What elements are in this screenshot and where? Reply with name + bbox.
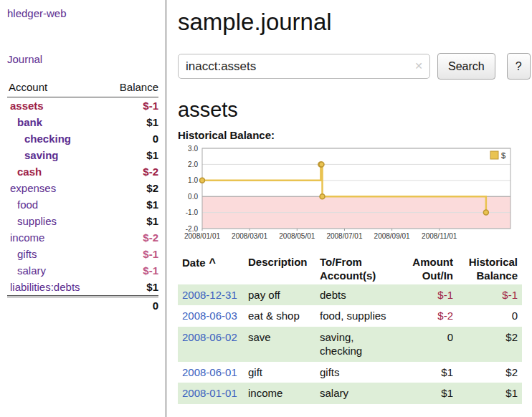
account-balance: $1 [106, 279, 158, 297]
transaction-balance: 0 [457, 305, 522, 327]
svg-text:2.0: 2.0 [188, 160, 198, 168]
account-balance: $-1 [106, 262, 158, 279]
sidebar: hledger-web Journal Account Balance asse… [0, 0, 166, 417]
accounts-total-value: 0 [106, 297, 158, 317]
accounts-header: Account [7, 80, 106, 97]
transaction-date-link[interactable]: 2008-06-03 [182, 310, 237, 322]
help-button[interactable]: ? [507, 53, 531, 80]
search-box: ✕ [178, 54, 430, 79]
account-link[interactable]: liabilities:debts [10, 281, 80, 293]
account-link[interactable]: checking [24, 133, 71, 145]
data-point-marker [320, 194, 325, 199]
account-balance: $-2 [106, 163, 158, 180]
svg-text:-1.0: -1.0 [186, 208, 199, 216]
chart-title: Historical Balance: [178, 129, 531, 141]
account-balance: $2 [106, 180, 158, 196]
account-balance: 0 [106, 130, 158, 147]
account-row: income$-2 [7, 229, 158, 246]
svg-text:3.0: 3.0 [188, 145, 198, 153]
journal-title: sample.journal [178, 9, 531, 36]
account-link[interactable]: bank [17, 116, 42, 128]
transaction-description: gift [244, 362, 315, 383]
account-row: gifts$-1 [7, 246, 158, 262]
svg-text:0.0: 0.0 [188, 193, 198, 201]
date-header-label: Date [182, 257, 206, 269]
svg-text:2008/11/01: 2008/11/01 [422, 232, 457, 240]
register-table: Date^ Description To/From Account(s) Amo… [178, 254, 522, 404]
account-link[interactable]: food [17, 198, 38, 211]
account-balance: $-1 [106, 97, 158, 115]
account-balance: $1 [106, 147, 158, 163]
transaction-amount: 0 [403, 327, 457, 362]
account-link[interactable]: salary [17, 264, 46, 277]
svg-text:-2.0: -2.0 [186, 225, 199, 233]
transaction-row: 2008-12-31pay offdebts$-1$-1 [178, 284, 522, 306]
account-balance: $-2 [106, 229, 158, 246]
account-link[interactable]: expenses [10, 182, 56, 194]
transaction-amount: $-2 [403, 305, 457, 327]
transaction-amount: $1 [403, 383, 457, 404]
search-button[interactable]: Search [437, 53, 495, 80]
account-link[interactable]: supplies [17, 215, 57, 227]
account-link[interactable]: income [10, 231, 44, 244]
data-point-marker [319, 162, 324, 167]
account-row: cash$-2 [7, 163, 158, 180]
accounts-total-row: 0 [7, 297, 158, 317]
sort-up-icon: ^ [209, 257, 216, 269]
svg-text:1.0: 1.0 [188, 176, 198, 184]
app-title-link[interactable]: hledger-web [7, 7, 67, 19]
search-input[interactable] [178, 54, 430, 79]
account-link[interactable]: assets [10, 100, 44, 112]
account-balance: $1 [106, 114, 158, 130]
svg-text:2008/07/01: 2008/07/01 [326, 232, 362, 240]
transaction-row: 2008-06-03eat & shopfood, supplies$-20 [178, 305, 522, 327]
transaction-row: 2008-06-02savesaving, checking0$2 [178, 327, 522, 362]
search-form: ✕ Search ? [178, 53, 531, 80]
register-header-accounts: To/From Account(s) [315, 254, 403, 284]
account-link[interactable]: saving [24, 149, 59, 161]
account-row: bank$1 [7, 114, 158, 130]
transaction-date-link[interactable]: 2008-06-02 [182, 331, 237, 343]
transaction-accounts: debts [315, 284, 403, 306]
account-row: liabilities:debts$1 [7, 279, 158, 297]
account-balance: $-1 [106, 246, 158, 262]
account-balance: $1 [106, 196, 158, 213]
transaction-description: save [244, 327, 315, 362]
transaction-date-link[interactable]: 2008-01-01 [182, 387, 237, 399]
transaction-accounts: food, supplies [315, 305, 403, 327]
transaction-accounts: saving, checking [315, 327, 403, 362]
account-row: supplies$1 [7, 213, 158, 229]
transaction-date-link[interactable]: 2008-12-31 [182, 289, 237, 301]
register-header-amount: Amount Out/In [403, 254, 457, 284]
account-row: expenses$2 [7, 180, 158, 196]
account-balance: $1 [106, 213, 158, 229]
historical-balance-chart: 3.02.01.00.0-1.0-2.02008/01/012008/03/01… [178, 143, 516, 241]
svg-text:2008/05/01: 2008/05/01 [279, 232, 315, 240]
clear-search-icon[interactable]: ✕ [414, 60, 423, 72]
transaction-balance: $2 [457, 362, 522, 383]
transaction-amount: $-1 [403, 284, 457, 306]
legend-label: $ [501, 151, 505, 160]
transaction-balance: $1 [457, 383, 522, 404]
account-link[interactable]: cash [17, 166, 42, 178]
transaction-balance: $-1 [457, 284, 522, 306]
transaction-balance: $2 [457, 327, 522, 362]
svg-text:2008/03/01: 2008/03/01 [232, 232, 267, 240]
account-heading: assets [178, 98, 531, 122]
transaction-row: 2008-06-01giftgifts$1$2 [178, 362, 522, 383]
sidebar-item-journal[interactable]: Journal [7, 53, 158, 65]
legend-swatch [490, 151, 498, 159]
transaction-row: 2008-01-01incomesalary$1$1 [178, 383, 522, 404]
account-row: saving$1 [7, 147, 158, 163]
transaction-date-link[interactable]: 2008-06-01 [182, 366, 237, 378]
data-point-marker [483, 210, 488, 215]
account-row: salary$-1 [7, 262, 158, 279]
account-row: assets$-1 [7, 97, 158, 115]
transaction-description: eat & shop [244, 305, 315, 327]
account-link[interactable]: gifts [17, 248, 37, 260]
register-header-description: Description [244, 254, 315, 284]
svg-text:2008/01/01: 2008/01/01 [184, 232, 220, 240]
transaction-description: income [244, 383, 315, 404]
svg-text:2008/09/01: 2008/09/01 [374, 232, 410, 240]
register-header-date[interactable]: Date^ [178, 254, 244, 284]
